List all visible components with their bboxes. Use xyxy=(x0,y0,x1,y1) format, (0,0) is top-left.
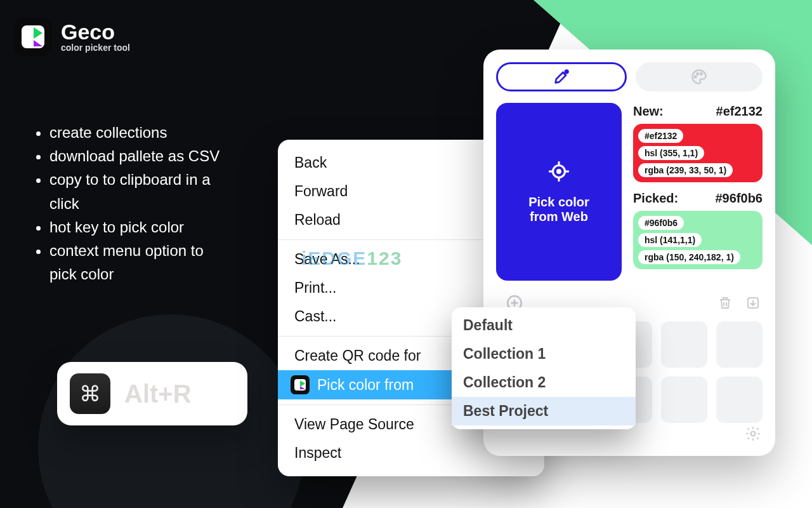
ctx-pick-label: Pick color from xyxy=(317,377,414,394)
delete-button[interactable] xyxy=(716,293,735,312)
picked-hex-pill[interactable]: #96f0b6 xyxy=(638,216,684,230)
command-key-icon: ⌘ xyxy=(70,373,110,414)
picked-rgba-pill[interactable]: rgba (150, 240,182, 1) xyxy=(638,250,740,264)
new-color-hex: #ef2132 xyxy=(716,104,763,119)
feature-item: hot key to pick color xyxy=(49,215,227,239)
brand-name: Geco xyxy=(61,21,130,43)
collection-option[interactable]: Default xyxy=(452,311,636,340)
swatch-cell-empty[interactable] xyxy=(716,377,763,423)
svg-point-1 xyxy=(695,76,697,78)
svg-point-16 xyxy=(751,432,756,436)
svg-point-5 xyxy=(558,170,561,173)
picked-color-swatch: #96f0b6 hsl (141,1,1) rgba (150, 240,182… xyxy=(633,211,763,269)
download-button[interactable] xyxy=(743,293,763,312)
picked-color-label: Picked: xyxy=(633,191,678,206)
pick-button-line1: Pick color xyxy=(528,195,589,210)
swatch-cell-empty[interactable] xyxy=(661,377,707,423)
feature-list: create collections download pallete as C… xyxy=(32,121,227,286)
pick-color-button[interactable]: Pick color from Web xyxy=(496,103,622,281)
feature-item: create collections xyxy=(49,121,227,144)
new-rgba-pill[interactable]: rgba (239, 33, 50, 1) xyxy=(638,163,733,177)
settings-button[interactable] xyxy=(745,425,761,444)
hotkey-label: Alt+R xyxy=(124,380,192,408)
swatch-cell-empty[interactable] xyxy=(716,321,763,368)
eyedropper-icon xyxy=(553,68,570,86)
tab-palette[interactable] xyxy=(636,62,763,91)
feature-item: context menu option to pick color xyxy=(49,239,227,286)
brand-logo: Geco color picker tool xyxy=(14,18,130,56)
brand-mark-icon xyxy=(22,25,44,48)
svg-point-3 xyxy=(700,73,702,75)
brand-tagline: color picker tool xyxy=(61,43,130,53)
svg-point-2 xyxy=(697,73,698,75)
geco-icon xyxy=(291,375,310,394)
picked-hsl-pill[interactable]: hsl (141,1,1) xyxy=(638,233,702,247)
tab-eyedropper[interactable] xyxy=(496,62,627,91)
collection-option[interactable]: Collection 2 xyxy=(452,368,636,397)
pick-button-line2: from Web xyxy=(528,210,589,224)
palette-icon xyxy=(690,68,708,86)
new-hex-pill[interactable]: #ef2132 xyxy=(638,129,683,143)
target-icon xyxy=(547,159,571,184)
watermark: iEDGE123 xyxy=(301,248,402,269)
hotkey-card: ⌘ Alt+R xyxy=(57,362,247,425)
new-hsl-pill[interactable]: hsl (355, 1,1) xyxy=(638,146,704,160)
new-color-label: New: xyxy=(633,104,664,119)
swatch-cell-empty[interactable] xyxy=(661,321,707,368)
brand-badge xyxy=(14,18,52,56)
collection-option[interactable]: Collection 1 xyxy=(452,340,636,368)
new-color-swatch: #ef2132 hsl (355, 1,1) rgba (239, 33, 50… xyxy=(633,124,763,182)
svg-point-0 xyxy=(565,70,568,74)
feature-item: copy to to clipboard in a click xyxy=(49,168,214,215)
picked-color-hex: #96f0b6 xyxy=(716,191,763,206)
collections-dropdown[interactable]: Default Collection 1 Collection 2 Best P… xyxy=(452,307,636,429)
collection-option-selected[interactable]: Best Project xyxy=(452,397,636,425)
feature-item: download pallete as CSV xyxy=(49,144,227,168)
